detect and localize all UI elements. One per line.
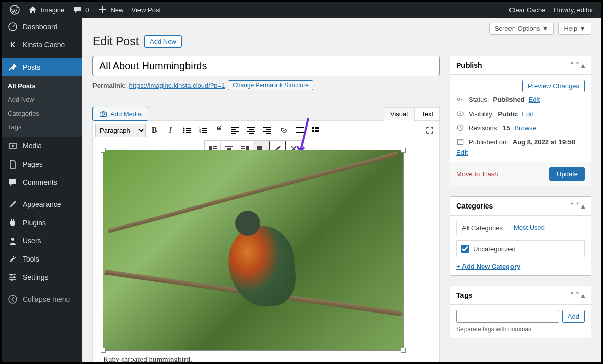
svg-point-3 bbox=[12, 145, 14, 147]
svg-rect-23 bbox=[231, 127, 239, 128]
chevron-down-icon: ▼ bbox=[542, 25, 549, 32]
toolbar-toggle-button[interactable] bbox=[308, 123, 323, 138]
move-to-trash-link[interactable]: Move to Trash bbox=[456, 170, 498, 178]
help-button[interactable]: Help ▼ bbox=[558, 23, 591, 35]
chevron-up-icon[interactable]: ˄ bbox=[570, 202, 574, 210]
sidebar-plugins[interactable]: Plugins bbox=[2, 214, 82, 232]
svg-rect-18 bbox=[202, 128, 207, 129]
site-link[interactable]: Imagine bbox=[24, 2, 68, 18]
tab-visual[interactable]: Visual bbox=[384, 107, 414, 121]
post-title-input[interactable] bbox=[92, 56, 440, 76]
svg-rect-20 bbox=[202, 130, 207, 131]
chevron-up-icon[interactable]: ˄ bbox=[570, 291, 574, 299]
align-right-button[interactable] bbox=[260, 123, 275, 138]
browse-revisions-link[interactable]: Browse bbox=[514, 124, 536, 132]
sidebar-users[interactable]: Users bbox=[2, 232, 82, 250]
comments-link[interactable]: 0 bbox=[68, 2, 93, 18]
collapse-icon bbox=[8, 294, 18, 304]
category-tabs: All Categories Most Used bbox=[456, 221, 585, 235]
howdy-link[interactable]: Howdy, editor bbox=[549, 2, 597, 18]
sidebar-categories[interactable]: Categories bbox=[2, 107, 82, 120]
fullscreen-button[interactable] bbox=[422, 123, 437, 138]
clear-cache-link[interactable]: Clear Cache bbox=[505, 2, 549, 18]
link-button[interactable] bbox=[276, 123, 291, 138]
resize-handle-bl[interactable] bbox=[101, 348, 106, 353]
tags-input[interactable] bbox=[456, 310, 559, 323]
sidebar-dashboard[interactable]: Dashboard bbox=[2, 18, 82, 36]
selected-image[interactable]: Edit bbox=[103, 150, 403, 350]
brush-icon bbox=[8, 199, 18, 210]
categories-title: Categories bbox=[456, 202, 493, 210]
resize-handle-br[interactable] bbox=[401, 348, 406, 353]
dashboard-icon bbox=[8, 22, 18, 32]
chevron-up-icon[interactable]: ˄ bbox=[570, 61, 574, 69]
blockquote-button[interactable]: ❝ bbox=[211, 123, 226, 138]
expand-icon bbox=[426, 126, 434, 134]
sidebar-appearance[interactable]: Appearance bbox=[2, 195, 82, 214]
add-new-button[interactable]: Add New bbox=[144, 35, 182, 48]
add-tag-button[interactable]: Add bbox=[562, 310, 585, 323]
bold-button[interactable]: B bbox=[147, 123, 162, 138]
editor-content[interactable]: Edit Ruby-throated hummingbird. bbox=[92, 140, 440, 362]
align-center-button[interactable] bbox=[244, 123, 259, 138]
sidebar-comments[interactable]: Comments bbox=[2, 173, 82, 191]
category-checkbox[interactable] bbox=[461, 245, 469, 253]
plus-icon bbox=[97, 5, 107, 15]
add-category-link[interactable]: + Add New Category bbox=[456, 263, 520, 270]
pin-icon bbox=[8, 62, 18, 72]
resize-handle-tl[interactable] bbox=[101, 148, 106, 153]
change-permalink-button[interactable]: Change Permalink Structure bbox=[228, 80, 313, 90]
chevron-down-icon[interactable]: ˅ bbox=[576, 61, 579, 69]
permalink-row: Permalink: https://imagine.kinsta.cloud/… bbox=[92, 80, 440, 90]
sidebar-add-new-post[interactable]: Add New bbox=[2, 93, 82, 107]
sidebar-tags[interactable]: Tags bbox=[2, 120, 82, 134]
readmore-button[interactable] bbox=[292, 123, 307, 138]
new-link[interactable]: New bbox=[93, 2, 127, 18]
permalink-link[interactable]: https://imagine.kinsta.cloud/?p=1 bbox=[129, 82, 225, 89]
tags-box: Tags˄˅▴ Add Separate tags with commas bbox=[450, 286, 591, 338]
tab-text[interactable]: Text bbox=[414, 107, 440, 121]
sidebar-collapse[interactable]: Collapse menu bbox=[2, 290, 82, 308]
edit-date-link[interactable]: Edit bbox=[456, 149, 468, 157]
format-select[interactable]: Paragraph bbox=[95, 124, 146, 137]
resize-handle-tr[interactable] bbox=[401, 148, 406, 153]
sidebar-tools[interactable]: Tools bbox=[2, 250, 82, 268]
svg-point-5 bbox=[10, 274, 12, 276]
category-item[interactable]: Uncategorized bbox=[461, 245, 580, 253]
caret-up-icon[interactable]: ▴ bbox=[581, 291, 585, 299]
admin-sidebar: Dashboard KKinsta Cache Posts All Posts … bbox=[2, 18, 82, 362]
sidebar-media[interactable]: Media bbox=[2, 137, 82, 155]
ul-icon bbox=[182, 126, 191, 134]
edit-status-link[interactable]: Edit bbox=[529, 96, 540, 103]
caret-up-icon[interactable]: ▴ bbox=[581, 61, 585, 69]
new-label: New bbox=[110, 6, 123, 14]
sidebar-posts[interactable]: Posts bbox=[2, 58, 82, 76]
svg-rect-33 bbox=[263, 131, 271, 132]
italic-button[interactable]: I bbox=[163, 123, 178, 138]
editor-toolbar: Paragraph B I 123 ❝ bbox=[92, 120, 440, 140]
tab-all-categories[interactable]: All Categories bbox=[456, 221, 508, 235]
numbered-list-button[interactable]: 123 bbox=[195, 123, 210, 138]
chevron-down-icon[interactable]: ˅ bbox=[576, 291, 579, 299]
preview-changes-button[interactable]: Preview Changes bbox=[522, 80, 585, 92]
sidebar-kinsta-cache[interactable]: KKinsta Cache bbox=[2, 36, 82, 54]
svg-rect-43 bbox=[317, 130, 319, 132]
chevron-down-icon[interactable]: ˅ bbox=[576, 202, 579, 210]
comment-icon bbox=[72, 5, 82, 15]
page-icon bbox=[8, 159, 18, 169]
sidebar-settings[interactable]: Settings bbox=[2, 268, 82, 286]
sidebar-all-posts[interactable]: All Posts bbox=[2, 79, 82, 93]
svg-rect-52 bbox=[241, 146, 245, 147]
wp-logo[interactable] bbox=[6, 2, 24, 18]
tab-most-used[interactable]: Most Used bbox=[508, 221, 550, 235]
add-media-button[interactable]: Add Media bbox=[92, 107, 148, 121]
update-button[interactable]: Update bbox=[549, 167, 585, 181]
align-left-button[interactable] bbox=[227, 123, 243, 138]
sidebar-pages[interactable]: Pages bbox=[2, 155, 82, 173]
view-post-link[interactable]: View Post bbox=[128, 2, 165, 18]
image-caption[interactable]: Ruby-throated hummingbird. bbox=[103, 355, 429, 362]
edit-visibility-link[interactable]: Edit bbox=[522, 110, 533, 118]
caret-up-icon[interactable]: ▴ bbox=[581, 202, 585, 210]
bullet-list-button[interactable] bbox=[179, 123, 194, 138]
screen-options-button[interactable]: Screen Options ▼ bbox=[489, 23, 554, 35]
